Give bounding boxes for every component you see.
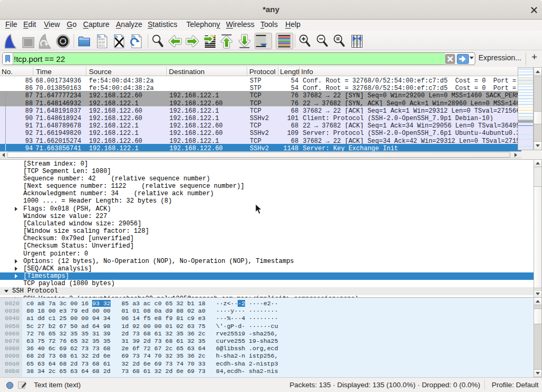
svg-text:0111: 0111 (98, 44, 105, 48)
